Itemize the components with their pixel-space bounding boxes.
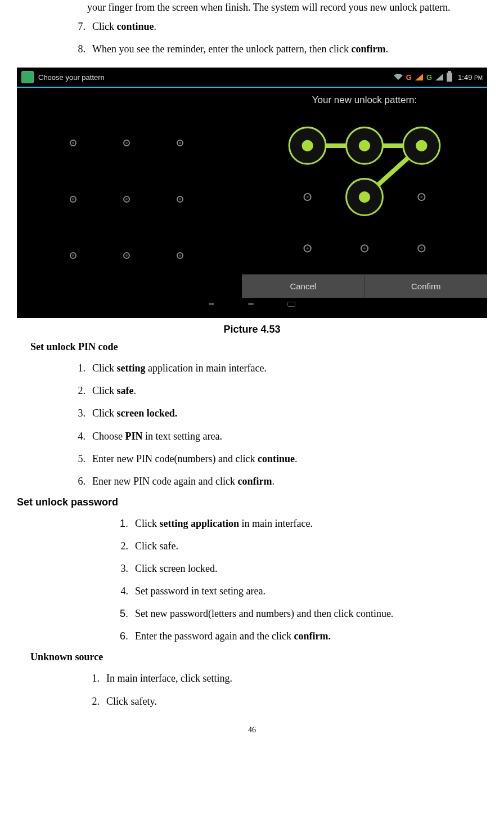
list-number: 2. (68, 383, 92, 398)
app-icon (21, 71, 34, 83)
list-text: Ener new PIN code again and click confir… (92, 474, 274, 489)
svg-point-33 (307, 248, 309, 250)
list-text: Enter the password again and the click c… (135, 629, 331, 643)
svg-point-34 (363, 248, 366, 250)
list-text: Click safety. (106, 694, 157, 709)
list-text: Click safe. (135, 539, 178, 553)
list-number: 8. (68, 42, 92, 56)
svg-point-12 (72, 198, 74, 200)
confirm-button[interactable]: Confirm (364, 274, 488, 298)
list-item: 2.Click safe. (68, 383, 487, 398)
page-number: 46 (17, 726, 487, 735)
list-item: 6.Enter the password again and the click… (112, 629, 487, 643)
list-number: 2. (112, 539, 135, 553)
button-bar: Cancel Confirm (242, 274, 487, 298)
svg-point-32 (420, 196, 422, 198)
list-item: 2.Click safe. (112, 539, 487, 553)
nav-bar (17, 299, 487, 309)
list-number: 1. (68, 361, 92, 375)
list-number: 3. (68, 406, 92, 420)
heading-unknown-source: Unknown source (30, 651, 487, 663)
list-item: 7. Click continue. (68, 19, 487, 34)
nav-recent-icon[interactable] (287, 302, 295, 307)
list-number: 4. (112, 584, 135, 598)
svg-point-16 (125, 254, 128, 257)
figure-screenshot: Choose your pattern G G 1:49 PM (17, 68, 487, 318)
list-text: Click setting application in main interf… (92, 361, 267, 375)
wifi-icon (394, 74, 403, 80)
left-pattern-grid[interactable] (17, 87, 239, 298)
signal-icon-2 (435, 74, 443, 80)
list-item: 1.Click setting application in main inte… (68, 361, 487, 375)
list-item: 3.Click screen locked. (68, 406, 487, 420)
list-item: 4.Set password in text seting area. (112, 584, 487, 598)
list-d: 1.In main interface, click setting. 2.Cl… (82, 671, 487, 708)
svg-point-25 (359, 191, 370, 203)
list-item: 5.Set new password(letters and numbers) … (112, 606, 487, 621)
figure-caption: Picture 4.53 (17, 324, 487, 335)
list-number: 3. (112, 561, 135, 576)
pattern-dots-left (17, 87, 239, 301)
list-item: 8. When you see the reminder, enter the … (68, 42, 487, 56)
list-text: Click setting application in main interf… (135, 516, 313, 531)
list-item: 5.Enter new PIN code(numbers) and click … (68, 451, 487, 466)
list-item: 2.Click safety. (82, 694, 487, 709)
svg-point-13 (125, 198, 128, 200)
pattern-area[interactable] (242, 111, 487, 298)
list-number: 1. (112, 516, 135, 531)
pattern-svg (242, 111, 487, 277)
phone-body: Your new unlock pattern: (17, 87, 487, 309)
right-panel: Your new unlock pattern: (242, 87, 487, 298)
heading-password: Set unlock password (17, 496, 487, 508)
svg-point-9 (72, 142, 74, 144)
panel-title: Your new unlock pattern: (242, 87, 487, 111)
battery-icon (447, 73, 452, 82)
list-text: Enter new PIN code(numbers) and click co… (92, 451, 297, 466)
list-item: 6.Ener new PIN code again and click conf… (68, 474, 487, 489)
list-text: Choose PIN in text setting area. (92, 429, 222, 444)
list-text: Click screen locked. (135, 561, 217, 576)
svg-point-10 (125, 142, 128, 144)
list-text: In main interface, click setting. (106, 671, 232, 686)
g-indicator-2: G (426, 73, 432, 82)
list-number: 2. (82, 694, 106, 709)
list-item: 4.Choose PIN in text setting area. (68, 429, 487, 444)
list-a: 7. Click continue. 8. When you see the r… (68, 19, 487, 56)
svg-point-22 (302, 140, 313, 151)
list-number: 6. (112, 629, 135, 643)
signal-icon-1 (415, 74, 423, 80)
heading-pin: Set unlock PIN code (30, 341, 487, 353)
list-text: Click screen locked. (92, 406, 177, 420)
list-text: Click continue. (92, 19, 156, 34)
list-item: 3.Click screen locked. (112, 561, 487, 576)
cancel-button[interactable]: Cancel (242, 274, 364, 298)
paragraph-continued: your finger from the screen when finish.… (87, 0, 487, 15)
nav-back-icon[interactable] (209, 303, 214, 305)
list-text: When you see the reminder, enter the unl… (92, 42, 388, 56)
list-text: Set new password(letters and numbers) an… (135, 606, 393, 621)
nav-home-icon[interactable] (248, 303, 254, 305)
list-number: 1. (82, 671, 106, 686)
list-b: 1.Click setting application in main inte… (68, 361, 487, 489)
g-indicator-1: G (406, 73, 412, 82)
list-number: 5. (112, 606, 135, 621)
list-number: 4. (68, 429, 92, 444)
svg-point-17 (179, 254, 181, 257)
status-bar: Choose your pattern G G 1:49 PM (17, 68, 487, 87)
list-text: Click safe. (92, 383, 136, 398)
status-title: Choose your pattern (38, 73, 105, 82)
svg-point-11 (179, 142, 181, 144)
list-number: 6. (68, 474, 92, 489)
svg-point-31 (307, 196, 309, 198)
svg-point-35 (420, 248, 422, 250)
list-number: 5. (68, 451, 92, 466)
list-number: 7. (68, 19, 92, 34)
list-item: 1.In main interface, click setting. (82, 671, 487, 686)
svg-point-24 (416, 140, 427, 151)
status-time: 1:49 PM (458, 73, 483, 82)
list-text: Set password in text seting area. (135, 584, 266, 598)
svg-point-14 (179, 198, 181, 200)
svg-point-23 (359, 140, 370, 151)
svg-point-15 (72, 254, 74, 257)
list-c: 1.Click setting application in main inte… (112, 516, 487, 644)
